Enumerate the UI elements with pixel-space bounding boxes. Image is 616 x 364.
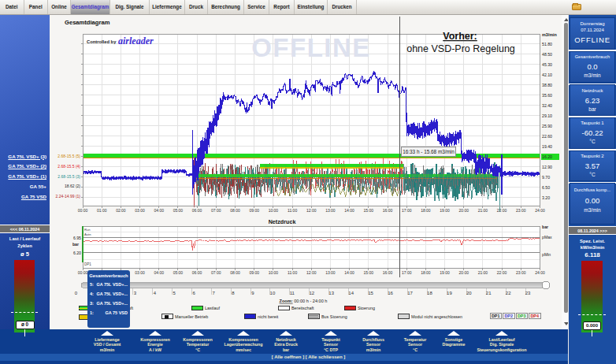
svg-text:Autn: Autn: [84, 232, 91, 236]
svg-text:19:00: 19:00: [440, 208, 450, 213]
svg-text:pMin: pMin: [542, 252, 551, 257]
svg-text:14: 14: [348, 291, 354, 295]
svg-text:24:00: 24:00: [535, 270, 545, 275]
svg-text:6.20: 6.20: [73, 251, 81, 255]
svg-text:18.62 (2): 18.62 (2): [65, 184, 80, 188]
svg-text:05:00: 05:00: [173, 270, 184, 275]
svg-text:Controlled by: Controlled by: [87, 39, 117, 44]
svg-text:Bereitschaft: Bereitschaft: [291, 306, 314, 310]
svg-text:24:00: 24:00: [535, 208, 545, 213]
svg-text:20: 20: [466, 291, 472, 295]
svg-text:19.40: 19.40: [542, 144, 552, 149]
svg-text:00:00: 00:00: [78, 208, 88, 213]
svg-text:25.90: 25.90: [542, 124, 552, 128]
svg-text:38.80: 38.80: [542, 83, 552, 87]
svg-text:21:00: 21:00: [478, 208, 488, 213]
svg-text:Lastlauf: Lastlauf: [205, 306, 220, 310]
svg-text:10:00: 10:00: [269, 208, 279, 213]
svg-text:22:00: 22:00: [497, 208, 507, 213]
svg-text:pMax: pMax: [542, 235, 552, 240]
svg-text:06:00: 06:00: [192, 208, 202, 213]
svg-text:2.68-15.5 (4): 2.68-15.5 (4): [58, 164, 80, 169]
svg-text:23:00: 23:00: [516, 208, 526, 213]
svg-text:Netzdruck: Netzdruck: [269, 218, 296, 225]
svg-text:9.70: 9.70: [542, 175, 550, 180]
svg-text:5: 5: [173, 291, 176, 295]
svg-text:08:00: 08:00: [230, 208, 240, 213]
svg-text:29.10: 29.10: [542, 113, 552, 118]
svg-text:6.50: 6.50: [542, 185, 550, 190]
svg-text:20:00: 20:00: [459, 208, 469, 213]
svg-text:42.10: 42.10: [542, 72, 552, 77]
svg-text:11:00: 11:00: [288, 208, 297, 213]
svg-text:12: 12: [309, 291, 314, 295]
svg-text:17:00: 17:00: [402, 270, 412, 275]
svg-text:48.50: 48.50: [542, 52, 552, 57]
svg-text:10: 10: [270, 291, 276, 295]
svg-text:00:00: 00:00: [78, 270, 88, 275]
svg-text:09:00: 09:00: [249, 208, 259, 213]
svg-text:04:00: 04:00: [154, 270, 165, 275]
svg-text:DP1: DP1: [492, 314, 500, 318]
svg-text:13:00: 13:00: [325, 208, 336, 213]
svg-text:8: 8: [232, 291, 235, 295]
svg-text:51.80: 51.80: [542, 42, 552, 46]
svg-text:19:00: 19:00: [440, 270, 450, 275]
svg-text:Stoerung: Stoerung: [358, 306, 375, 310]
svg-text:3.20: 3.20: [542, 195, 550, 200]
svg-text:45.30: 45.30: [542, 62, 552, 67]
svg-text:06:00: 06:00: [192, 270, 202, 275]
svg-text:6: 6: [192, 291, 195, 295]
svg-text:18:00: 18:00: [421, 208, 431, 213]
svg-text:16:33 h - 15.68 m3/min: 16:33 h - 15.68 m3/min: [403, 149, 455, 154]
svg-text:Modul nicht angeschlossen: Modul nicht angeschlossen: [411, 314, 462, 319]
svg-text:07:00: 07:00: [211, 270, 221, 275]
svg-text:16.20: 16.20: [542, 154, 552, 159]
svg-text:17: 17: [407, 291, 413, 295]
svg-text:15:00: 15:00: [364, 270, 374, 275]
svg-text:3: 3: [134, 291, 137, 295]
svg-text:07:00: 07:00: [211, 208, 221, 213]
svg-text:18: 18: [427, 291, 432, 295]
svg-text:23:00: 23:00: [516, 270, 526, 275]
svg-text:Bus Stoerung: Bus Stoerung: [321, 314, 347, 319]
svg-text:10:00: 10:00: [269, 270, 279, 275]
svg-text:nicht bereit: nicht bereit: [258, 314, 279, 319]
svg-text:airleader: airleader: [118, 35, 154, 46]
svg-text:4: 4: [154, 291, 157, 295]
svg-text:DP4: DP4: [530, 314, 539, 318]
svg-text:18:00: 18:00: [421, 270, 431, 275]
svg-text:ohne VSD-Pro Regelung: ohne VSD-Pro Regelung: [406, 43, 515, 54]
svg-text:03:00: 03:00: [135, 208, 145, 213]
svg-text:11: 11: [290, 291, 295, 295]
svg-text:13:00: 13:00: [325, 270, 336, 275]
svg-text:6.95: 6.95: [73, 236, 81, 240]
svg-text:09:00: 09:00: [249, 270, 259, 275]
svg-text:35.60: 35.60: [542, 93, 552, 98]
svg-text:OFFLINE: OFFLINE: [251, 33, 371, 62]
svg-text:2.68-15.5 (5): 2.68-15.5 (5): [58, 154, 80, 158]
svg-text:12:00: 12:00: [306, 270, 317, 275]
svg-text:15: 15: [368, 291, 373, 295]
svg-text:03:00: 03:00: [135, 270, 145, 275]
svg-text:7: 7: [212, 291, 215, 295]
svg-text:0: 0: [75, 291, 78, 295]
svg-text:05:00: 05:00: [173, 208, 184, 213]
svg-text:m3/min: m3/min: [542, 32, 557, 37]
svg-text:13: 13: [328, 291, 334, 295]
svg-text:19: 19: [447, 291, 452, 295]
svg-text:2.68-15.5 (3): 2.68-15.5 (3): [58, 174, 80, 179]
svg-text:Zoom: 00:00 h - 24:00 h: Zoom: 00:00 h - 24:00 h: [280, 299, 328, 303]
svg-text:12.90: 12.90: [542, 165, 552, 169]
svg-text:Run: Run: [84, 228, 91, 232]
svg-text:22: 22: [506, 291, 511, 295]
svg-text:12:00: 12:00: [306, 208, 317, 213]
svg-text:02:00: 02:00: [116, 208, 126, 213]
svg-text:bar: bar: [72, 242, 79, 247]
svg-text:22:00: 22:00: [497, 270, 507, 275]
svg-text:Vorher:: Vorher:: [443, 31, 477, 42]
svg-text:11:00: 11:00: [288, 270, 297, 275]
svg-text:14:00: 14:00: [344, 270, 354, 275]
svg-text:16: 16: [388, 291, 393, 295]
svg-text:17:00: 17:00: [402, 208, 412, 213]
